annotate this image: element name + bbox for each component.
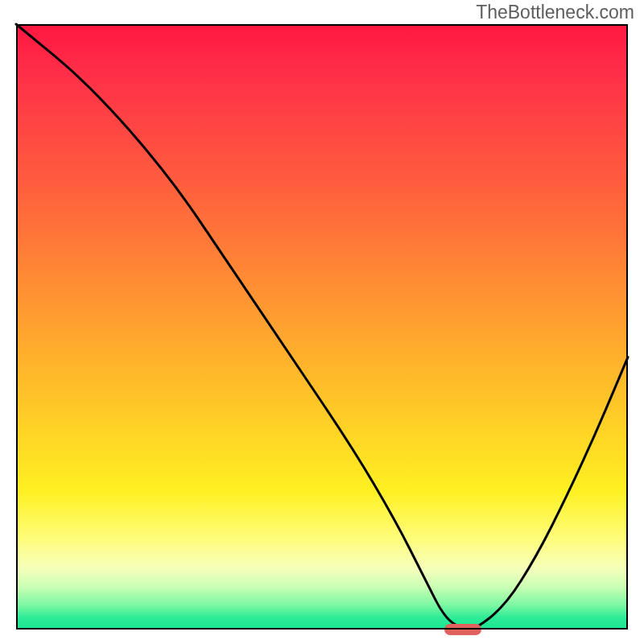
optimal-marker (444, 624, 481, 635)
bottleneck-curve (16, 24, 628, 630)
plot-area (16, 24, 628, 630)
chart-container: TheBottleneck.com (0, 0, 644, 644)
watermark-text: TheBottleneck.com (476, 2, 634, 23)
